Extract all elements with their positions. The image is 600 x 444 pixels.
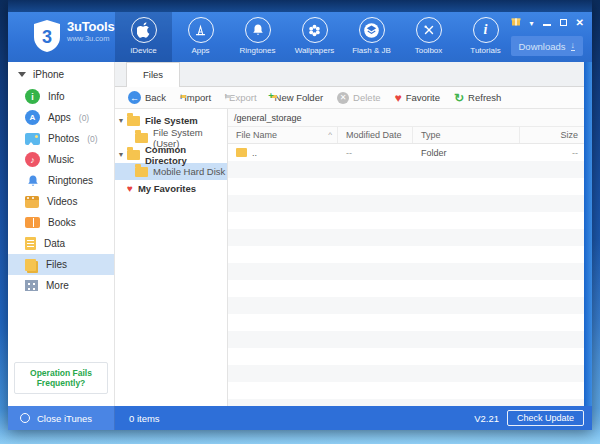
sidebar-item-data[interactable]: Data: [8, 233, 114, 254]
apple-icon: [131, 17, 157, 43]
empty-row: [228, 229, 592, 246]
sidebar-item-label: Apps: [48, 112, 71, 123]
bell-icon: [245, 17, 271, 43]
sidebar-item-more[interactable]: More: [8, 275, 114, 296]
nav-wallpapers[interactable]: Wallpapers: [286, 12, 343, 62]
import-button[interactable]: ↓Import: [180, 92, 211, 103]
sidebar-item-info[interactable]: iInfo: [8, 86, 114, 107]
gift-icon[interactable]: [511, 12, 521, 30]
dropdown-caret-icon[interactable]: ▾: [530, 12, 534, 30]
ringtone-bell-icon: [25, 173, 40, 188]
sidebar-item-label: Info: [48, 91, 65, 102]
tree-item-label: File System: [145, 115, 198, 126]
tree-item-common-directory[interactable]: ▼Common Directory: [115, 146, 227, 163]
close-itunes-button[interactable]: Close iTunes: [8, 406, 115, 430]
maximize-icon[interactable]: [560, 12, 567, 30]
content-area: Files ←Back↓Import↑Export+New Folder✕Del…: [115, 62, 592, 406]
nav-label: Tutorials: [470, 46, 500, 55]
folder-icon: [135, 167, 153, 177]
tab-files[interactable]: Files: [126, 62, 180, 87]
svg-text:3: 3: [42, 27, 52, 47]
toolbar-button-label: Back: [145, 92, 166, 103]
nav-apps[interactable]: Apps: [172, 12, 229, 62]
main-nav: iDeviceApps RingtonesWallpapersFlash & J…: [115, 12, 514, 62]
sidebar-item-music[interactable]: ♪Music: [8, 149, 114, 170]
export-button: ↑Export: [225, 92, 256, 103]
empty-row: [228, 297, 592, 314]
books-icon: [25, 217, 40, 228]
close-icon[interactable]: ✕: [576, 12, 584, 30]
toolbar-button-label: Import: [184, 92, 211, 103]
files-icon: [25, 259, 38, 271]
sidebar-item-label: Photos: [48, 133, 79, 144]
tree-item-label: Common Directory: [145, 144, 227, 166]
sidebar-item-count: (0): [79, 113, 89, 123]
sort-ascending-icon: ^: [328, 127, 337, 143]
file-name: ..: [252, 148, 257, 158]
sidebar-item-files[interactable]: Files: [8, 254, 114, 275]
table-header: File Name^Modified DateTypeSize: [228, 127, 592, 144]
data-icon: [25, 237, 36, 250]
check-update-button[interactable]: Check Update: [507, 410, 584, 426]
tree-item-mobile-hard-disk[interactable]: Mobile Hard Disk: [115, 163, 227, 180]
more-icon: [25, 280, 38, 291]
sidebar-item-label: Files: [46, 259, 67, 270]
sidebar-item-photos[interactable]: Photos(0): [8, 128, 114, 149]
sidebar-item-apps[interactable]: AApps(0): [8, 107, 114, 128]
sidebar-item-label: Books: [48, 217, 76, 228]
device-name: iPhone: [33, 69, 64, 80]
heart-icon: ♥: [127, 183, 138, 195]
tree-expand-caret-icon[interactable]: ▼: [115, 117, 127, 124]
statusbar-right: V2.21 Check Update: [474, 410, 592, 426]
favorite-button[interactable]: ♥Favorite: [395, 92, 440, 104]
sidebar-item-label: Videos: [47, 196, 77, 207]
empty-row: [228, 399, 592, 406]
column-header-modified-date[interactable]: Modified Date: [338, 127, 413, 143]
toolbox-icon: [416, 17, 442, 43]
column-header-type[interactable]: Type: [413, 127, 520, 143]
tree-expand-caret-icon[interactable]: ▼: [115, 151, 127, 158]
device-selector[interactable]: iPhone: [8, 62, 114, 86]
tab-bar: Files: [115, 62, 592, 87]
operation-fails-link[interactable]: Operation Fails Frequently?: [14, 362, 108, 394]
tree-item-my-favorites[interactable]: ♥My Favorites: [115, 180, 227, 197]
sidebar-item-books[interactable]: Books: [8, 212, 114, 233]
back-button[interactable]: ←Back: [128, 91, 166, 104]
main-area: iPhone iInfoAApps(0)Photos(0)♪Music Ring…: [8, 62, 592, 406]
empty-row: [228, 280, 592, 297]
window-controls: ▾✕: [511, 15, 584, 27]
column-header-file-name[interactable]: File Name^: [228, 127, 338, 143]
sidebar-item-ringtones[interactable]: Ringtones: [8, 170, 114, 191]
file-list-area: /general_storage File Name^Modified Date…: [228, 109, 592, 406]
folder-icon: [127, 150, 145, 160]
nav-idevice[interactable]: iDevice: [115, 12, 172, 62]
toolbar-button-label: New Folder: [275, 92, 324, 103]
minimize-icon[interactable]: [543, 12, 551, 30]
new-folder-button[interactable]: +New Folder: [271, 92, 324, 103]
size-cell: --: [520, 148, 592, 158]
empty-row: [228, 365, 592, 382]
tutorials-icon: i: [473, 17, 499, 43]
column-header-size[interactable]: Size: [520, 127, 592, 143]
downloads-button[interactable]: Downloads ↓: [511, 36, 584, 56]
favorite-heart-icon: ♥: [395, 92, 402, 104]
refresh-button[interactable]: ↻Refresh: [454, 92, 501, 104]
close-itunes-label: Close iTunes: [37, 413, 92, 424]
window-titlebar: [8, 0, 592, 12]
empty-row: [228, 195, 592, 212]
column-header-label: Type: [421, 127, 441, 143]
sidebar-item-videos[interactable]: Videos: [8, 191, 114, 212]
nav-tutorials[interactable]: iTutorials: [457, 12, 514, 62]
status-bar: Close iTunes 0 items V2.21 Check Update: [8, 406, 592, 430]
nav-label: Toolbox: [415, 46, 443, 55]
file-row-[interactable]: ..--Folder--: [228, 144, 592, 161]
nav-flash-jb[interactable]: Flash & JB: [343, 12, 400, 62]
nav-label: Apps: [191, 46, 209, 55]
download-icon: ↓: [571, 41, 576, 51]
nav-ringtones[interactable]: Ringtones: [229, 12, 286, 62]
path-bar[interactable]: /general_storage: [228, 109, 592, 127]
empty-row: [228, 212, 592, 229]
videos-icon: [25, 196, 39, 208]
sidebar: iPhone iInfoAApps(0)Photos(0)♪Music Ring…: [8, 62, 115, 406]
nav-toolbox[interactable]: Toolbox: [400, 12, 457, 62]
